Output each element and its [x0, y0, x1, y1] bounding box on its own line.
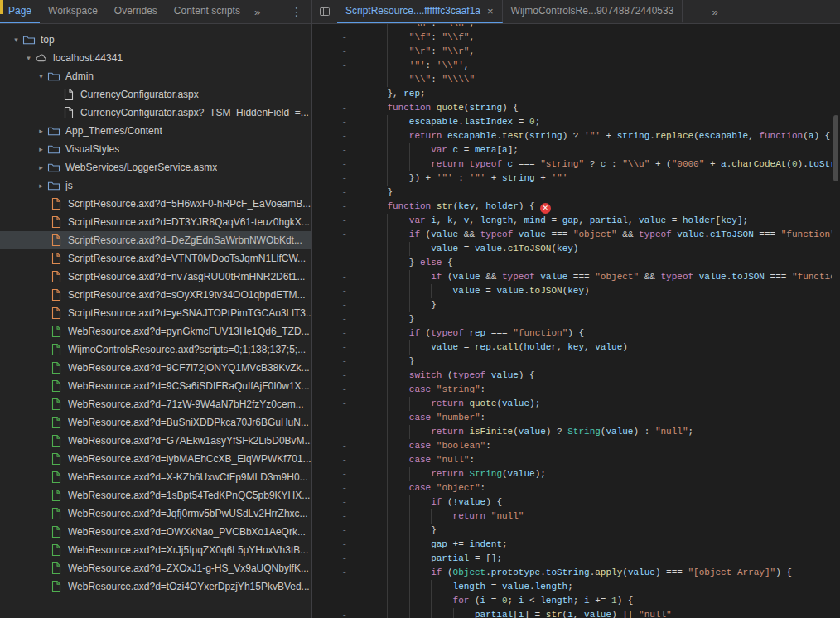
tree-item-label: WebResource.axd?d=9CSa6iSDIFRaQuIfAjF0I0…: [68, 380, 310, 392]
tree-item[interactable]: WebResource.axd?d=pynGkmcFUV13He1Qd6_TZD…: [0, 322, 311, 340]
editor-tab[interactable]: WijmoControlsRe...90748872440533: [503, 0, 683, 23]
tree-item[interactable]: WebResource.axd?d=71zW-9W4aN7bH2fzYz0cem…: [0, 395, 311, 413]
tree-item[interactable]: WebResource.axd?d=ZXOxJ1-g-HS_Vx9aUQNbyl…: [0, 559, 311, 577]
tree-item[interactable]: WebResource.axd?d=G7AEkw1asyYfSFk2Li5D0B…: [0, 432, 311, 450]
navigator-tab-page[interactable]: Page: [0, 0, 40, 23]
gutter-line-marker[interactable]: -: [312, 101, 359, 115]
gutter-line-marker[interactable]: -: [312, 355, 359, 369]
tree-item[interactable]: WebResource.axd?d=1sBpt54TedKPnQC5pb9KYH…: [0, 486, 311, 505]
folder-icon: [22, 33, 36, 46]
chevron-right-icon[interactable]: ▸: [35, 163, 47, 171]
chevron-down-icon[interactable]: ▾: [10, 36, 22, 44]
gutter-line-marker[interactable]: -: [312, 73, 359, 87]
gutter-line-marker[interactable]: -: [312, 87, 359, 101]
tree-item[interactable]: CurrencyConfigurator.aspx?_TSM_HiddenFie…: [0, 104, 311, 122]
tree-item[interactable]: ▾Admin: [0, 67, 311, 85]
gutter-line-marker[interactable]: -: [312, 495, 359, 509]
gutter-line-marker[interactable]: -: [312, 312, 359, 326]
gutter-line-marker[interactable]: -: [312, 340, 359, 355]
tree-item[interactable]: WebResource.axd?d=9CF7i72jONYQ1MVcB38KvZ…: [0, 359, 311, 377]
gutter-line-marker[interactable]: -: [312, 171, 359, 186]
more-options-icon[interactable]: ⋮: [285, 0, 308, 23]
gutter-line-marker[interactable]: -: [312, 115, 359, 129]
tree-item[interactable]: WebResource.axd?d=BuSniXDDPkca70Jr6BGuHu…: [0, 413, 311, 432]
gutter-line-marker[interactable]: -: [312, 425, 359, 439]
tree-item[interactable]: ▾top: [0, 31, 311, 49]
tree-item[interactable]: ▸App_Themes/Content: [0, 122, 311, 140]
gutter-line-marker[interactable]: -: [312, 256, 359, 270]
tree-item[interactable]: ScriptResource.axd?d=VTNT0MDooTsJqmN1Llf…: [0, 249, 311, 268]
tree-item[interactable]: WebResource.axd?d=OWXkNao_PVCBbXo1AeQrk.…: [0, 523, 311, 541]
gutter-line-marker[interactable]: -: [312, 552, 359, 566]
chevron-right-icon[interactable]: ▸: [35, 181, 47, 190]
gutter-line-marker[interactable]: -: [312, 242, 359, 256]
gutter-line-marker[interactable]: -: [312, 143, 359, 157]
gutter-line-marker[interactable]: -: [312, 228, 359, 242]
gutter-line-marker[interactable]: -: [312, 608, 359, 618]
tree-item[interactable]: WebResource.axd?d=tOzi4OYxerDpzjYh15PkvB…: [0, 577, 311, 596]
gutter-line-marker[interactable]: -: [312, 157, 359, 171]
scrollbar-thumb[interactable]: [833, 115, 838, 181]
gutter-line-marker[interactable]: -: [312, 538, 359, 552]
tree-item[interactable]: WijmoControlsResource.axd?scripts=0;1;13…: [0, 340, 311, 359]
tree-item[interactable]: WebResource.axd?d=9CSa6iSDIFRaQuIfAjF0I0…: [0, 377, 311, 395]
code-line-text: for (i = 0; i < length; i += 1) {: [359, 594, 633, 608]
toggle-navigator-icon[interactable]: [312, 0, 337, 23]
gutter-line-marker[interactable]: -: [312, 59, 359, 73]
tree-item[interactable]: ▾localhost:44341: [0, 49, 311, 67]
tree-item[interactable]: ScriptResource.axd?d=yeSNAJTOPtPimTGCAo3…: [0, 304, 311, 322]
gutter-line-marker[interactable]: -: [312, 411, 359, 425]
navigator-tab-overrides[interactable]: Overrides: [106, 0, 166, 23]
tree-item[interactable]: WebResource.axd?d=XrJj5IpqZX0q6L5pYHoxVh…: [0, 541, 311, 559]
editor-tab[interactable]: ScriptResource....ffffffc3caaf1a×: [337, 0, 503, 23]
gutter-line-marker[interactable]: -: [312, 383, 359, 397]
gutter-line-marker[interactable]: -: [312, 566, 359, 580]
gutter-line-marker[interactable]: -: [312, 509, 359, 524]
gutter-line-marker[interactable]: -: [312, 31, 359, 45]
navigator-tab-workspace[interactable]: Workspace: [40, 0, 106, 23]
tree-item[interactable]: CurrencyConfigurator.aspx: [0, 85, 311, 104]
tree-item[interactable]: ▸VisualStyles: [0, 140, 311, 158]
tree-item[interactable]: WebResource.axd?d=X-KZb6UxwCtFp9MLD3m9H0…: [0, 468, 311, 486]
chevron-right-icon[interactable]: ▸: [35, 127, 47, 135]
tree-item[interactable]: ▸WebServices/LoggerService.asmx: [0, 158, 311, 176]
gutter-line-marker[interactable]: -: [312, 481, 359, 495]
gutter-line-marker[interactable]: -: [312, 24, 359, 31]
gutter-line-marker[interactable]: -: [312, 397, 359, 411]
tree-item[interactable]: ScriptResource.axd?d=DT3YJR8QaqV61-teuz0…: [0, 213, 311, 231]
gutter-line-marker[interactable]: -: [312, 453, 359, 467]
chevron-down-icon[interactable]: ▾: [35, 72, 47, 80]
gutter-line-marker[interactable]: -: [312, 270, 359, 284]
chevron-down-icon[interactable]: ▾: [22, 54, 35, 62]
tree-item[interactable]: ScriptResource.axd?d=5H6wxF0-hRPcF_EaVoe…: [0, 195, 311, 213]
gutter-line-marker[interactable]: -: [312, 129, 359, 143]
tree-item[interactable]: WebResource.axd?d=lybMAEhCcXB_ElqWPWKf70…: [0, 450, 311, 468]
gutter-line-marker[interactable]: -: [312, 594, 359, 608]
gutter-line-marker[interactable]: -: [312, 200, 359, 214]
editor-scrollbar[interactable]: [832, 24, 840, 618]
gutter-line-marker[interactable]: -: [312, 186, 359, 200]
gutter-line-marker[interactable]: -: [312, 439, 359, 453]
gutter-line-marker[interactable]: -: [312, 369, 359, 383]
gutter-line-marker[interactable]: -: [312, 298, 359, 312]
gutter-line-marker[interactable]: -: [312, 326, 359, 340]
editor-more-tabs-button[interactable]: »: [706, 0, 723, 23]
gutter-line-marker[interactable]: -: [312, 45, 359, 59]
navigator-tab-content-scripts[interactable]: Content scripts: [166, 0, 249, 23]
tree-item[interactable]: ScriptResource.axd?d=DeZgEdnSaWrbnNWObKd…: [0, 231, 311, 249]
gutter-line-marker[interactable]: -: [312, 467, 359, 481]
tree-item[interactable]: ▸js: [0, 176, 311, 195]
chevron-right-icon[interactable]: ▸: [35, 145, 47, 153]
gutter-line-marker[interactable]: -: [312, 284, 359, 298]
tree-item[interactable]: ScriptResource.axd?d=nv7asgRUU0tRmHNR2D6…: [0, 268, 311, 286]
tree-item[interactable]: ScriptResource.axd?d=sOyXR19tv34OO1qbpdE…: [0, 286, 311, 304]
gutter-line-marker[interactable]: -: [312, 580, 359, 594]
error-icon[interactable]: ✕: [540, 203, 551, 214]
code-line: -gap += indent;: [312, 538, 840, 552]
close-tab-icon[interactable]: ×: [487, 5, 494, 17]
code-line-text: return quote(value);: [359, 397, 540, 411]
gutter-line-marker[interactable]: -: [312, 524, 359, 538]
tree-item[interactable]: WebResource.axd?d=Jqfj0rmv5bPwUSdLv2HrrZ…: [0, 505, 311, 523]
more-tabs-button[interactable]: »: [249, 0, 266, 23]
gutter-line-marker[interactable]: -: [312, 214, 359, 228]
